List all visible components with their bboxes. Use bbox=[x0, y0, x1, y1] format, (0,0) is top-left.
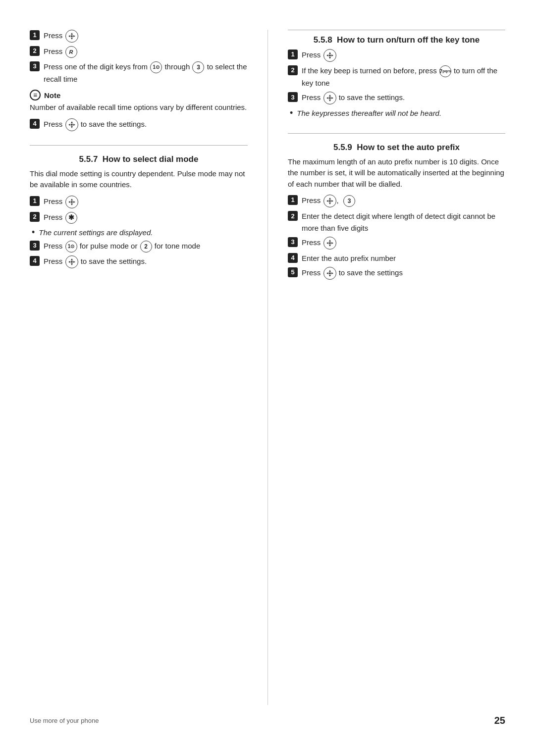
step-number: 3 bbox=[288, 92, 298, 102]
step-text: Press ✱ bbox=[44, 211, 248, 224]
step-text: If the key beep is turned on before, pre… bbox=[302, 65, 505, 89]
step-text: Press bbox=[44, 196, 248, 208]
svg-marker-25 bbox=[329, 95, 331, 97]
step-item: 4 Press to sav bbox=[30, 118, 248, 131]
key-icon-1b: 1⊙ bbox=[65, 241, 77, 252]
section-559-desc: The maximum length of an auto prefix num… bbox=[288, 156, 505, 190]
bullet-item: • The current settings are displayed. bbox=[32, 227, 248, 238]
step4-list: 4 Press to sav bbox=[30, 118, 248, 131]
bullet-dot: • bbox=[32, 227, 35, 238]
step-item: 1 Press bbox=[30, 196, 248, 208]
step-number: 5 bbox=[288, 267, 298, 277]
nav-icon bbox=[65, 255, 78, 268]
step-item: 2 Press ✱ bbox=[30, 211, 248, 224]
step-number: 2 bbox=[30, 46, 40, 56]
svg-point-24 bbox=[329, 54, 331, 56]
svg-marker-6 bbox=[71, 126, 73, 128]
step-item: 1 Press , 3 bbox=[288, 195, 505, 207]
key-icon-star: ✱ bbox=[65, 212, 77, 224]
key-icon-3: 3 bbox=[192, 61, 204, 73]
step-text: Press bbox=[302, 49, 505, 62]
section-559: 5.5.9 How to set the auto prefix The max… bbox=[288, 143, 505, 280]
step-number: 1 bbox=[30, 30, 40, 40]
svg-marker-7 bbox=[68, 124, 70, 126]
svg-marker-5 bbox=[71, 121, 73, 123]
top-steps-section: 1 Press bbox=[30, 30, 248, 131]
step-text: Press bbox=[44, 30, 248, 43]
note-block: ≡ Note Number of available recall time o… bbox=[30, 90, 248, 113]
svg-marker-36 bbox=[329, 245, 331, 247]
note-text: Number of available recall time options … bbox=[30, 101, 248, 113]
svg-point-39 bbox=[329, 242, 331, 244]
section-557-steps: 1 Press bbox=[30, 196, 248, 224]
step-text: Press R bbox=[44, 46, 248, 58]
section-559-title: 5.5.9 How to set the auto prefix bbox=[288, 143, 505, 152]
svg-marker-10 bbox=[71, 199, 73, 201]
svg-marker-18 bbox=[73, 261, 75, 263]
step-item: 4 Enter the auto prefix number bbox=[288, 252, 505, 264]
svg-marker-16 bbox=[71, 263, 73, 265]
section-558: 5.5.8 How to turn on/turn off the key to… bbox=[288, 30, 505, 119]
svg-marker-30 bbox=[329, 198, 331, 200]
svg-marker-38 bbox=[331, 242, 333, 244]
svg-marker-28 bbox=[331, 97, 333, 99]
step-text: Press to save the settings bbox=[44, 255, 248, 268]
note-icon: ≡ bbox=[30, 90, 41, 101]
footer-page-number: 25 bbox=[494, 715, 505, 726]
bullet-text: The current settings are displayed. bbox=[39, 227, 153, 238]
nav-icon bbox=[323, 267, 336, 280]
step-text: Enter the detect digit where length of d… bbox=[302, 210, 505, 234]
section-557: 5.5.7 How to select dial mode This dial … bbox=[30, 154, 248, 269]
svg-marker-0 bbox=[71, 33, 73, 35]
step-item: 2 Press R bbox=[30, 46, 248, 58]
nav-icon bbox=[323, 49, 336, 62]
svg-marker-22 bbox=[326, 54, 328, 56]
svg-marker-31 bbox=[329, 202, 331, 204]
key-icon-1: 1⊙ bbox=[150, 61, 162, 73]
step-number: 4 bbox=[30, 119, 40, 129]
section-557-title: 5.5.7 How to select dial mode bbox=[30, 154, 248, 164]
svg-marker-17 bbox=[68, 261, 70, 263]
step-item: 1 Press bbox=[30, 30, 248, 43]
step-number: 3 bbox=[30, 241, 40, 251]
svg-marker-21 bbox=[329, 57, 331, 59]
step-number: 2 bbox=[288, 211, 298, 221]
svg-marker-23 bbox=[331, 54, 333, 56]
section-559-steps: 1 Press , 3 bbox=[288, 195, 505, 280]
step-number: 1 bbox=[288, 50, 298, 59]
key-icon-3b: 3 bbox=[343, 195, 355, 207]
svg-point-14 bbox=[71, 201, 73, 203]
svg-point-29 bbox=[329, 97, 331, 99]
bullet-item-558: • The keypresses thereafter will not be … bbox=[290, 107, 505, 119]
nav-icon bbox=[323, 92, 336, 104]
step-item: 3 Press one of the digit keys from 1⊙ th… bbox=[30, 61, 248, 85]
note-title: ≡ Note bbox=[30, 90, 248, 101]
section-558-title: 5.5.8 How to turn on/turn off the key to… bbox=[288, 35, 505, 45]
svg-marker-33 bbox=[331, 200, 333, 202]
svg-point-34 bbox=[329, 200, 331, 202]
step-item: 3 Press bbox=[288, 237, 505, 250]
bullet-text-558: The keypresses thereafter will not be he… bbox=[297, 107, 441, 119]
step-item: 2 Enter the detect digit where length of… bbox=[288, 210, 505, 234]
svg-marker-2 bbox=[68, 35, 70, 37]
footer-text: Use more of your phone bbox=[30, 717, 99, 724]
right-column: 5.5.8 How to turn on/turn off the key to… bbox=[268, 30, 505, 705]
step-item: 2 If the key beep is turned on before, p… bbox=[288, 65, 505, 89]
step-text: Enter the auto prefix number bbox=[302, 252, 505, 264]
step-item: 5 Press to sav bbox=[288, 267, 505, 280]
step-number: 3 bbox=[30, 61, 40, 71]
section-557-desc: This dial mode setting is country depend… bbox=[30, 168, 248, 191]
step-number: 2 bbox=[288, 65, 298, 75]
svg-marker-11 bbox=[71, 203, 73, 205]
footer: Use more of your phone 25 bbox=[30, 705, 505, 726]
step-text: Press to save the settings bbox=[302, 267, 505, 280]
nav-icon bbox=[65, 196, 78, 208]
step-number: 4 bbox=[30, 256, 40, 266]
svg-marker-43 bbox=[331, 272, 333, 274]
svg-marker-35 bbox=[329, 240, 331, 242]
svg-marker-8 bbox=[73, 124, 75, 126]
step-number: 4 bbox=[288, 253, 298, 263]
divider-right bbox=[288, 133, 505, 134]
top-step-list: 1 Press bbox=[30, 30, 248, 85]
step-text: Press 1⊙ for pulse mode or 2 for tone mo… bbox=[44, 240, 248, 252]
